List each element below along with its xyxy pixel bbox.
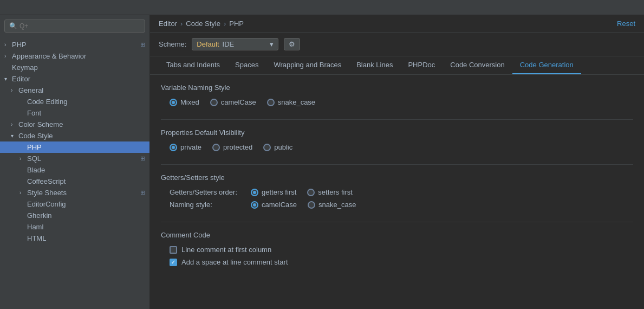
tab-wrapping[interactable]: Wrapping and Braces — [266, 56, 349, 74]
sidebar-item-general[interactable]: ›General — [0, 85, 149, 96]
sidebar-item-editor[interactable]: ▾Editor — [0, 73, 149, 85]
sidebar-item-label-appearance: Appearance & Behavior — [12, 52, 145, 60]
divider-2 — [161, 164, 633, 165]
radio-protected[interactable]: protected — [212, 143, 252, 151]
radio-label-public: public — [274, 143, 292, 151]
sidebar-item-label-color-scheme: Color Scheme — [18, 120, 145, 128]
radio-label-getters-first: getters first — [262, 188, 296, 196]
radio-snake-naming[interactable]: snake_case — [308, 201, 356, 209]
sidebar-item-label-gherkin: Gherkin — [27, 211, 145, 220]
style-sheets-arrow-icon: › — [19, 190, 27, 196]
sidebar-item-code-style[interactable]: ▾Code Style — [0, 130, 149, 141]
radio-indicator-private — [170, 144, 177, 151]
color-scheme-arrow-icon: › — [11, 121, 18, 127]
reset-button[interactable]: Reset — [617, 20, 635, 28]
sidebar-item-font[interactable]: Font — [0, 107, 149, 119]
sidebar-item-blade[interactable]: Blade — [0, 164, 149, 176]
sidebar-item-php-sub[interactable]: PHP — [0, 141, 149, 153]
variable-naming-options: MixedcamelCasesnake_case — [161, 98, 633, 106]
radio-label-snake_case: snake_case — [278, 98, 315, 106]
getters-order-label: Getters/Setters order: — [170, 188, 245, 196]
radio-indicator-public — [263, 144, 271, 151]
radio-indicator-camelcase-naming — [251, 201, 258, 209]
tab-code-generation[interactable]: Code Generation — [512, 56, 581, 74]
scheme-name: Default — [197, 40, 219, 48]
checkbox-line-comment[interactable]: Line comment at first column — [161, 246, 633, 254]
general-arrow-icon: › — [11, 87, 18, 93]
sidebar-item-label-code-editing: Code Editing — [27, 98, 145, 106]
sidebar-item-sql[interactable]: ›SQL⊞ — [0, 153, 149, 164]
sidebar-item-html[interactable]: HTML — [0, 233, 149, 244]
tab-tabs-indents[interactable]: Tabs and Indents — [159, 56, 227, 74]
sidebar-item-label-code-style: Code Style — [18, 132, 145, 140]
sidebar-item-coffeescript[interactable]: CoffeeScript — [0, 176, 149, 187]
checkbox-label-add-space: Add a space at line comment start — [181, 258, 288, 266]
getters-setters-title: Getters/Setters style — [161, 173, 633, 182]
sidebar-item-label-coffeescript: CoffeeScript — [27, 177, 145, 185]
sidebar-item-php[interactable]: ›PHP⊞ — [0, 39, 149, 50]
properties-visibility-options: privateprotectedpublic — [161, 143, 633, 151]
breadcrumb-bar: Editor › Code Style › PHP Reset — [150, 15, 644, 33]
sidebar-item-icon-right-sql: ⊞ — [140, 155, 145, 162]
scheme-select[interactable]: Default IDE ▾ — [192, 38, 278, 50]
radio-indicator-mixed — [170, 99, 177, 106]
breadcrumb-editor: Editor — [159, 20, 177, 28]
properties-visibility-section: Properties Default Visibility privatepro… — [161, 128, 633, 151]
radio-camelcase-naming[interactable]: camelCase — [251, 201, 297, 209]
radio-label-camelcase-naming: camelCase — [262, 201, 297, 209]
sidebar-item-label-html: HTML — [27, 234, 145, 242]
radio-label-protected: protected — [223, 143, 252, 151]
sidebar: 🔍 ›PHP⊞›Appearance & BehaviorKeymap▾Edit… — [0, 15, 150, 309]
sidebar-item-color-scheme[interactable]: ›Color Scheme — [0, 119, 149, 130]
radio-mixed[interactable]: Mixed — [170, 98, 199, 106]
sidebar-item-label-php: PHP — [12, 41, 140, 49]
sidebar-item-label-editorconfig: EditorConfig — [27, 200, 145, 208]
settings-content: Variable Naming Style MixedcamelCasesnak… — [150, 75, 644, 309]
sidebar-item-label-php-sub: PHP — [27, 143, 145, 151]
radio-private[interactable]: private — [170, 143, 201, 151]
main-layout: 🔍 ›PHP⊞›Appearance & BehaviorKeymap▾Edit… — [0, 15, 644, 309]
radio-public[interactable]: public — [263, 143, 292, 151]
tab-blank-lines[interactable]: Blank Lines — [349, 56, 400, 74]
radio-indicator-setters-first — [307, 189, 315, 196]
tab-phpdoc[interactable]: PHPDoc — [400, 56, 443, 74]
search-box[interactable]: 🔍 — [4, 20, 145, 33]
tabs-bar: Tabs and IndentsSpacesWrapping and Brace… — [150, 56, 644, 75]
search-input[interactable] — [19, 22, 140, 30]
sidebar-item-label-editor: Editor — [12, 75, 145, 83]
radio-getters-first[interactable]: getters first — [251, 188, 296, 196]
scheme-suffix: IDE — [223, 40, 235, 48]
sidebar-item-label-style-sheets: Style Sheets — [27, 189, 140, 197]
gear-icon: ⚙ — [289, 40, 295, 48]
gear-button[interactable]: ⚙ — [284, 38, 300, 50]
tab-spaces[interactable]: Spaces — [227, 56, 266, 74]
checkbox-label-line-comment: Line comment at first column — [181, 246, 271, 254]
breadcrumb: Editor › Code Style › PHP — [159, 20, 244, 28]
radio-setters-first[interactable]: setters first — [307, 188, 353, 196]
checkbox-add-space[interactable]: Add a space at line comment start — [161, 258, 633, 266]
radio-label-private: private — [180, 143, 201, 151]
sql-arrow-icon: › — [19, 156, 27, 162]
sidebar-item-haml[interactable]: Haml — [0, 221, 149, 233]
radio-indicator-snake_case — [267, 99, 275, 106]
radio-camelcase[interactable]: camelCase — [210, 98, 256, 106]
radio-snake_case[interactable]: snake_case — [267, 98, 315, 106]
checkbox-indicator-line-comment — [170, 246, 177, 254]
sidebar-item-label-general: General — [18, 86, 145, 94]
variable-naming-section: Variable Naming Style MixedcamelCasesnak… — [161, 83, 633, 106]
editor-arrow-icon: ▾ — [4, 76, 12, 82]
appearance-arrow-icon: › — [4, 53, 12, 59]
sidebar-item-appearance[interactable]: ›Appearance & Behavior — [0, 50, 149, 62]
getters-order-row: Getters/Setters order: getters firstsett… — [161, 188, 633, 196]
sidebar-item-keymap[interactable]: Keymap — [0, 62, 149, 73]
sidebar-item-code-editing[interactable]: Code Editing — [0, 96, 149, 107]
scheme-bar: Scheme: Default IDE ▾ ⚙ — [150, 33, 644, 56]
tab-code-conversion[interactable]: Code Conversion — [443, 56, 512, 74]
sidebar-item-style-sheets[interactable]: ›Style Sheets⊞ — [0, 187, 149, 198]
getters-order-options: getters firstsetters first — [251, 188, 353, 196]
sidebar-item-editorconfig[interactable]: EditorConfig — [0, 198, 149, 210]
search-icon: 🔍 — [9, 22, 17, 30]
naming-style-options: camelCasesnake_case — [251, 201, 356, 209]
getters-setters-section: Getters/Setters style Getters/Setters or… — [161, 173, 633, 209]
sidebar-item-gherkin[interactable]: Gherkin — [0, 210, 149, 221]
